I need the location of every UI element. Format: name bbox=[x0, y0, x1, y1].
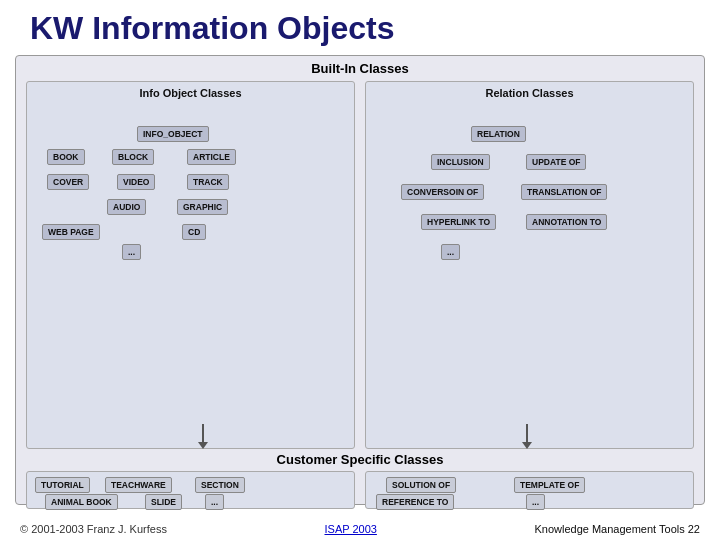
built-in-label: Built-In Classes bbox=[16, 56, 704, 76]
slide-number: Knowledge Management Tools 22 bbox=[534, 523, 700, 535]
customer-label: Customer Specific Classes bbox=[26, 452, 694, 467]
left-panel-title: Info Object Classes bbox=[32, 87, 349, 99]
info-class-box: CD bbox=[182, 224, 206, 240]
right-customer-panel: SOLUTION OFTEMPLATE OFREFERENCE TO... bbox=[365, 471, 694, 509]
diagram-inner: Info Object Classes INFO_OBJECTBOOKBLOCK… bbox=[26, 81, 694, 449]
copyright: © 2001-2003 Franz J. Kurfess bbox=[20, 523, 167, 535]
info-class-box: BLOCK bbox=[112, 149, 154, 165]
relation-class-box: UPDATE OF bbox=[526, 154, 586, 170]
info-class-box: AUDIO bbox=[107, 199, 146, 215]
relation-class-box: ... bbox=[441, 244, 460, 260]
left-customer-box: ANIMAL BOOK bbox=[45, 494, 118, 510]
relation-class-box: TRANSLATION OF bbox=[521, 184, 607, 200]
right-customer-box: REFERENCE TO bbox=[376, 494, 454, 510]
left-panel: Info Object Classes INFO_OBJECTBOOKBLOCK… bbox=[26, 81, 355, 449]
relation-class-box: ANNOTATION TO bbox=[526, 214, 607, 230]
page-title: KW Information Objects bbox=[0, 0, 720, 52]
right-customer-box: TEMPLATE OF bbox=[514, 477, 585, 493]
info-class-box: BOOK bbox=[47, 149, 85, 165]
info-class-box: INFO_OBJECT bbox=[137, 126, 209, 142]
left-customer-panel: TUTORIALTEACHWARESECTIONANIMAL BOOKSLIDE… bbox=[26, 471, 355, 509]
info-class-box: GRAPHIC bbox=[177, 199, 228, 215]
page: KW Information Objects Built-In Classes … bbox=[0, 0, 720, 540]
info-class-box: ARTICLE bbox=[187, 149, 236, 165]
info-class-box: WEB PAGE bbox=[42, 224, 100, 240]
footer: © 2001-2003 Franz J. Kurfess ISAP 2003 K… bbox=[0, 523, 720, 535]
info-class-box: ... bbox=[122, 244, 141, 260]
info-class-box: COVER bbox=[47, 174, 89, 190]
relation-class-box: CONVERSOIN OF bbox=[401, 184, 484, 200]
left-customer-box: SLIDE bbox=[145, 494, 182, 510]
relation-class-box: HYPERLINK TO bbox=[421, 214, 496, 230]
customer-specific: Customer Specific Classes TUTORIALTEACHW… bbox=[26, 452, 694, 504]
main-diagram: Built-In Classes Info Object Classes INF… bbox=[15, 55, 705, 505]
right-panel: Relation Classes RELATIONINCLUSIONUPDATE… bbox=[365, 81, 694, 449]
right-customer-box: SOLUTION OF bbox=[386, 477, 456, 493]
right-customer-box: ... bbox=[526, 494, 545, 510]
right-panel-title: Relation Classes bbox=[371, 87, 688, 99]
left-customer-box: TUTORIAL bbox=[35, 477, 90, 493]
left-customer-box: SECTION bbox=[195, 477, 245, 493]
info-class-box: TRACK bbox=[187, 174, 229, 190]
left-arrow bbox=[198, 424, 208, 449]
right-arrow bbox=[522, 424, 532, 449]
relation-class-box: RELATION bbox=[471, 126, 526, 142]
isap-link[interactable]: ISAP 2003 bbox=[324, 523, 376, 535]
customer-panels: TUTORIALTEACHWARESECTIONANIMAL BOOKSLIDE… bbox=[26, 471, 694, 509]
relation-class-box: INCLUSION bbox=[431, 154, 490, 170]
info-class-box: VIDEO bbox=[117, 174, 155, 190]
left-customer-box: ... bbox=[205, 494, 224, 510]
left-customer-box: TEACHWARE bbox=[105, 477, 172, 493]
